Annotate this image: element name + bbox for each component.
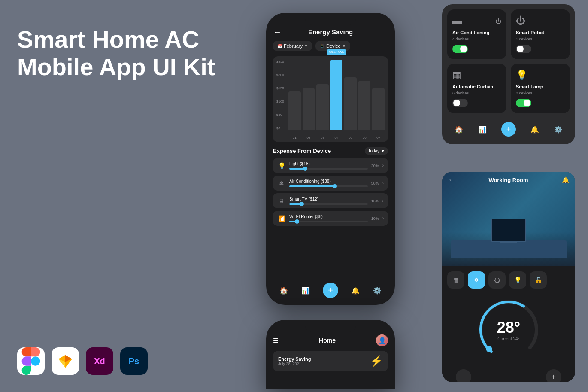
menu-icon[interactable]: ☰ — [273, 337, 279, 344]
curtain-toggle[interactable] — [452, 99, 468, 107]
expense-bar-dot — [333, 184, 337, 188]
home-nav-icon[interactable]: 🏠 — [455, 125, 463, 134]
home-title: Home — [319, 337, 336, 344]
bell-nav-icon[interactable]: 🔔 — [530, 125, 539, 134]
curtain-device-name: Automatic Curtain — [452, 84, 501, 89]
home-nav-icon[interactable]: 🏠 — [279, 286, 288, 295]
chart-bar-wrap — [288, 60, 301, 130]
power-ctrl-icon[interactable]: ⏻ — [488, 271, 506, 289]
bell-nav-icon[interactable]: 🔔 — [351, 286, 360, 295]
expense-info: Light ($18) — [289, 161, 368, 170]
energy-card-date: July 28, 2021 — [278, 362, 311, 366]
device-card-curtain[interactable]: ▦ Automatic Curtain 6 devices — [447, 64, 506, 113]
chart-bar[interactable] — [303, 88, 315, 130]
home-header: ☰ Home 👤 — [273, 334, 388, 346]
month-filter[interactable]: 📅 February ▼ — [273, 41, 312, 51]
expense-bar-bg — [289, 168, 368, 170]
ac-toggle[interactable] — [452, 45, 468, 53]
temp-increase-button[interactable]: + — [546, 369, 561, 382]
security-ctrl-icon[interactable]: 🔒 — [530, 271, 547, 289]
room-bell-icon[interactable]: 🔔 — [562, 176, 569, 183]
chart-nav-icon[interactable]: 📊 — [301, 286, 310, 295]
device-card-ac[interactable]: ▬ ⏻ Air Conditioning 4 devices — [447, 9, 506, 59]
back-arrow-icon[interactable]: ← — [273, 27, 282, 37]
expense-bar-fill — [289, 185, 335, 187]
energy-card-info: Energy Saving July 28, 2021 — [278, 356, 311, 366]
expense-item-light[interactable]: 💡 Light ($18) 20% › — [273, 158, 388, 173]
ps-icon: Ps — [120, 347, 148, 375]
expense-item-wifi[interactable]: 📶 WI-FI Router ($8) 10% › — [273, 211, 388, 226]
expense-item-ac[interactable]: ❄ Air Conditioning ($38) 58% › — [273, 176, 388, 191]
expense-info: WI-FI Router ($8) — [289, 214, 368, 222]
power-icon: ⏻ — [495, 18, 501, 24]
curtain-device-icon: ▦ — [452, 70, 461, 81]
curtain-ctrl-icon[interactable]: ▦ — [447, 271, 464, 289]
expense-item-tv[interactable]: 🖥 Smart TV ($12) 16% › — [273, 193, 388, 208]
phone-header: ← Energy Saving — [273, 28, 388, 36]
chart-nav-icon[interactable]: 📊 — [478, 125, 487, 134]
expense-header: Expense From Device Today ▼ — [273, 147, 388, 155]
phone-notch — [305, 13, 356, 25]
chevron-down-icon: ▼ — [381, 149, 385, 153]
chart-bar[interactable] — [344, 77, 357, 130]
device-icon-row: ▬ ⏻ — [452, 15, 501, 27]
room-background-image: ← Working Room 🔔 — [442, 172, 575, 266]
toggle-dot — [460, 46, 467, 52]
phone-home-notch — [305, 320, 356, 332]
devices-grid: ▬ ⏻ Air Conditioning 4 devices ⏻ Smart R… — [442, 4, 575, 144]
device-card-lamp[interactable]: 💡 Smart Lamp 2 devices — [511, 64, 570, 113]
figma-icon — [17, 347, 45, 375]
chart-bar-wrap — [358, 60, 371, 130]
temp-value: 28° — [497, 319, 520, 337]
chart-bar[interactable] — [288, 91, 301, 130]
expense-bar-dot — [295, 219, 299, 224]
energy-saving-card[interactable]: Energy Saving July 28, 2021 ⚡ — [273, 351, 388, 371]
main-title: Smart Home AC Mobile App UI Kit — [17, 26, 249, 81]
temp-decrease-button[interactable]: − — [456, 369, 471, 382]
robot-toggle[interactable] — [516, 45, 531, 53]
add-nav-button[interactable]: + — [323, 283, 338, 298]
temp-current: Current 24° — [497, 337, 520, 341]
chart-tooltip: 36.4 KWh — [327, 49, 346, 55]
temperature-dial: 28° Current 24° — [474, 295, 543, 364]
robot-device-icon: ⏻ — [516, 15, 525, 27]
expense-bar-bg — [289, 203, 368, 205]
chevron-right-icon: › — [382, 198, 384, 203]
lamp-ctrl-icon[interactable]: 💡 — [509, 271, 526, 289]
light-icon: 💡 — [277, 162, 286, 169]
room-back-arrow-icon[interactable]: ← — [448, 176, 455, 184]
settings-nav-icon[interactable]: ⚙️ — [554, 125, 563, 134]
ac-ctrl-icon[interactable]: ❄ — [468, 271, 485, 289]
toggle-dot — [517, 46, 524, 52]
expense-info: Air Conditioning ($38) — [289, 179, 368, 187]
temp-controls: − + — [447, 369, 570, 382]
home-phone: ☰ Home 👤 Energy Saving July 28, 2021 ⚡ — [266, 320, 395, 389]
device-card-robot[interactable]: ⏻ Smart Robot 1 devices — [511, 9, 570, 59]
chevron-down-icon: ▼ — [342, 44, 346, 48]
add-nav-button[interactable]: + — [501, 122, 516, 137]
chart-bar-wrap — [303, 60, 315, 130]
lamp-device-count: 2 devices — [516, 91, 565, 95]
chart-area: $250 $200 $150 $100 $50 $0 36.4 KWh 01 0… — [273, 56, 388, 142]
chart-bar-wrap — [372, 60, 385, 130]
chart-bar[interactable] — [372, 88, 385, 130]
chevron-right-icon: › — [382, 181, 384, 185]
chart-bar[interactable] — [330, 60, 343, 130]
room-header: ← Working Room 🔔 — [442, 176, 575, 184]
working-room-panel: ← Working Room 🔔 ▦ ❄ ⏻ 💡 🔒 28° — [442, 172, 575, 382]
expense-section-title: Expense From Device — [273, 148, 331, 154]
today-filter-btn[interactable]: Today ▼ — [365, 147, 388, 155]
chart-bar[interactable] — [316, 84, 329, 130]
user-avatar: 👤 — [376, 334, 388, 346]
expense-bar-fill — [289, 203, 302, 205]
energy-phone: ← Energy Saving 📅 February ▼ 📱 Device ▼ … — [266, 13, 395, 305]
chart-bar[interactable] — [358, 81, 371, 130]
bolt-icon: ⚡ — [370, 355, 383, 367]
expense-info: Smart TV ($12) — [289, 197, 368, 205]
expense-bar-bg — [289, 221, 368, 222]
lamp-toggle[interactable] — [516, 99, 531, 107]
expense-bar-dot — [303, 167, 307, 171]
chevron-down-icon: ▼ — [304, 44, 308, 48]
phone-inner: ← Energy Saving 📅 February ▼ 📱 Device ▼ … — [266, 25, 395, 305]
settings-nav-icon[interactable]: ⚙️ — [373, 286, 382, 295]
